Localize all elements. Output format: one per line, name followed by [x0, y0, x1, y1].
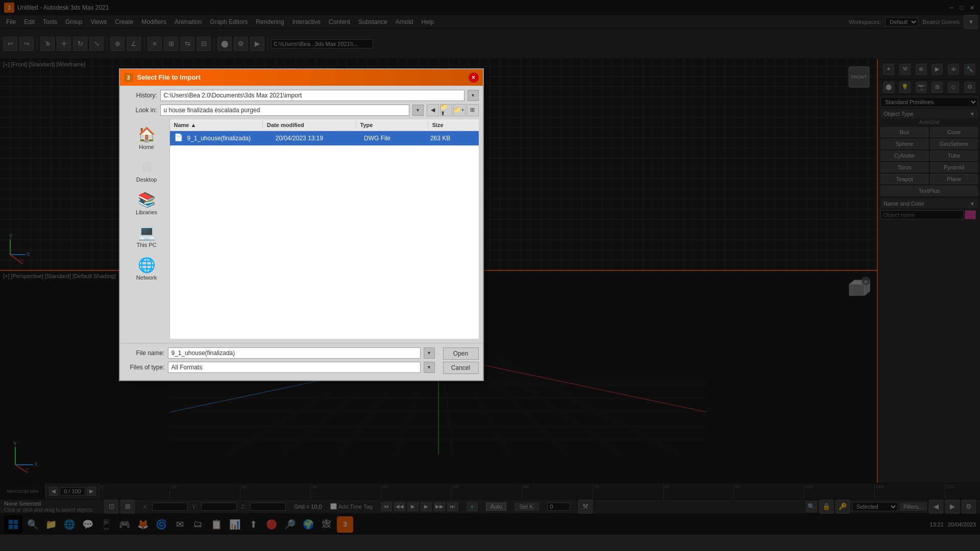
dialog-logo: 3: [124, 73, 133, 82]
dialog-action-buttons: Open Cancel: [443, 347, 479, 374]
dialog-bottom-inputs: File name: ▾ Files of type: ▾ Open Cance…: [124, 347, 479, 376]
nav-back[interactable]: ◀: [427, 104, 439, 116]
lookin-input[interactable]: [160, 105, 409, 116]
file-type-1: DWG File: [364, 135, 430, 142]
dialog-file-area: Name ▲ Date modified Type Size 📄 9_1_uho…: [170, 119, 479, 339]
dialog-main: 🏠 Home 🖥 Desktop 📚 Libraries 💻 This PC: [124, 119, 479, 339]
shortcut-thispc[interactable]: 💻 This PC: [129, 221, 164, 250]
file-icon-dwg: 📄: [174, 133, 184, 143]
dialog-titlebar: 3 Select File to Import ×: [120, 69, 483, 86]
file-dialog: 3 Select File to Import × History: ▾ Loo…: [119, 68, 484, 381]
filetype-dropdown-btn[interactable]: ▾: [424, 362, 435, 373]
dialog-title: Select File to Import: [137, 73, 201, 81]
shortcut-home[interactable]: 🏠 Home: [129, 123, 164, 152]
open-button[interactable]: Open: [443, 347, 479, 360]
col-date[interactable]: Date modified: [263, 121, 356, 129]
lookin-dropdown-btn[interactable]: ▾: [412, 105, 424, 116]
cancel-button[interactable]: Cancel: [443, 362, 479, 374]
file-date-1: 20/04/2023 13:19: [276, 135, 364, 142]
col-type[interactable]: Type: [356, 121, 428, 129]
history-dropdown-btn[interactable]: ▾: [468, 90, 479, 101]
nav-new-folder[interactable]: 📁+: [453, 104, 465, 116]
col-size[interactable]: Size: [428, 121, 479, 129]
dialog-file-header: Name ▲ Date modified Type Size: [170, 119, 479, 131]
dialog-body: History: ▾ Look in: ▾ ◀ 📁⬆ 📁+ ⊞: [120, 86, 483, 343]
network-label: Network: [136, 274, 157, 281]
filename-row: File name: ▾: [124, 347, 435, 359]
file-empty-area: [170, 146, 479, 299]
network-icon: 🌐: [137, 256, 156, 274]
filetype-label: Files of type:: [124, 364, 165, 371]
shortcut-libraries[interactable]: 📚 Libraries: [129, 189, 164, 217]
shortcut-desktop[interactable]: 🖥 Desktop: [129, 156, 164, 185]
col-name[interactable]: Name ▲: [170, 121, 263, 129]
dialog-overlay: 3 Select File to Import × History: ▾ Loo…: [0, 0, 980, 551]
file-row-1[interactable]: 📄 9_1_uhouse(finalizada) 20/04/2023 13:1…: [170, 131, 479, 146]
history-label: History:: [124, 92, 157, 99]
nav-view-toggle[interactable]: ⊞: [467, 104, 479, 116]
shortcut-network[interactable]: 🌐 Network: [129, 254, 164, 283]
dialog-bottom: File name: ▾ Files of type: ▾ Open Cance…: [120, 343, 483, 380]
lookin-label: Look in:: [124, 107, 157, 114]
filename-dropdown-btn[interactable]: ▾: [424, 347, 435, 359]
nav-folder-up[interactable]: 📁⬆: [440, 104, 452, 116]
filetype-input[interactable]: [168, 362, 421, 373]
libraries-label: Libraries: [136, 209, 157, 215]
filetype-row: Files of type: ▾: [124, 362, 435, 373]
desktop-label: Desktop: [136, 177, 157, 183]
dialog-nav-buttons: ◀ 📁⬆ 📁+ ⊞: [427, 104, 479, 116]
thispc-icon: 💻: [137, 223, 156, 242]
home-icon: 🏠: [137, 126, 156, 144]
thispc-label: This PC: [136, 242, 156, 248]
dialog-bottom-fields: File name: ▾ Files of type: ▾: [124, 347, 435, 376]
desktop-icon: 🖥: [137, 158, 156, 177]
history-row: History: ▾: [124, 90, 479, 101]
dialog-sidebar: 🏠 Home 🖥 Desktop 📚 Libraries 💻 This PC: [124, 119, 170, 339]
filename-input[interactable]: [168, 347, 421, 359]
history-input[interactable]: [160, 90, 464, 101]
dialog-close-button[interactable]: ×: [469, 72, 479, 83]
filename-label: File name:: [124, 349, 165, 357]
file-size-1: 263 KB: [430, 135, 475, 142]
home-label: Home: [139, 144, 154, 150]
lookin-row: Look in: ▾ ◀ 📁⬆ 📁+ ⊞: [124, 104, 479, 116]
file-name-1: 9_1_uhouse(finalizada): [187, 135, 276, 142]
libraries-icon: 📚: [137, 191, 156, 209]
